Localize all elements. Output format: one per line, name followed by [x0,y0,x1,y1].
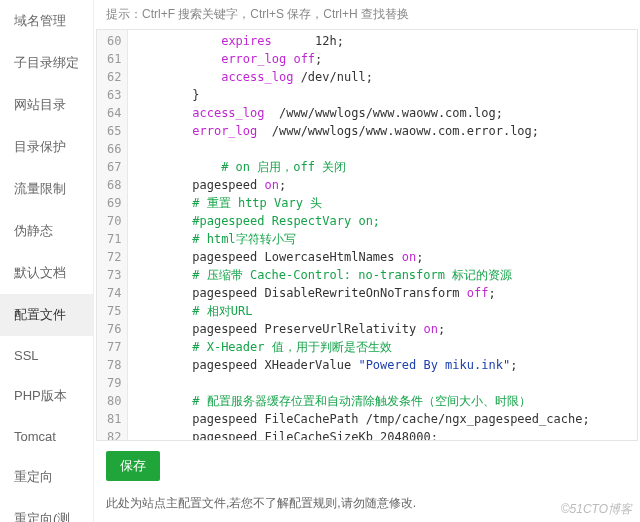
sidebar-item[interactable]: 重定向(测试版) [0,498,93,522]
config-warning: 此处为站点主配置文件,若您不了解配置规则,请勿随意修改. [106,495,628,512]
code-line: pagespeed XHeaderValue "Powered By miku.… [134,356,631,374]
sidebar-item[interactable]: 重定向 [0,456,93,498]
sidebar-item[interactable]: 域名管理 [0,0,93,42]
footer: 保存 此处为站点主配置文件,若您不了解配置规则,请勿随意修改. [94,441,640,522]
code-line: # 配置服务器缓存位置和自动清除触发条件（空间大小、时限） [134,392,631,410]
code-line [134,374,631,392]
code-line: pagespeed on; [134,176,631,194]
code-line: access_log /dev/null; [134,68,631,86]
save-button[interactable]: 保存 [106,451,160,481]
code-line: pagespeed LowercaseHtmlNames on; [134,248,631,266]
gutter: 60 61 62 63 64 65 66 67 68 69 70 71 72 7… [97,30,128,440]
main: 提示：Ctrl+F 搜索关键字，Ctrl+S 保存，Ctrl+H 查找替换 60… [94,0,640,522]
hint-bar: 提示：Ctrl+F 搜索关键字，Ctrl+S 保存，Ctrl+H 查找替换 [94,0,640,29]
sidebar-item[interactable]: 流量限制 [0,168,93,210]
code-line: error_log off; [134,50,631,68]
editor[interactable]: 60 61 62 63 64 65 66 67 68 69 70 71 72 7… [96,29,638,441]
code-line: pagespeed FileCachePath /tmp/cache/ngx_p… [134,410,631,428]
sidebar-item[interactable]: 配置文件 [0,294,93,336]
code-line: # 压缩带 Cache-Control: no-transform 标记的资源 [134,266,631,284]
code-line: # on 启用，off 关闭 [134,158,631,176]
sidebar-item[interactable]: 子目录绑定 [0,42,93,84]
sidebar-item[interactable]: 目录保护 [0,126,93,168]
code-line: } [134,86,631,104]
code-line: # X-Header 值，用于判断是否生效 [134,338,631,356]
sidebar-item[interactable]: Tomcat [0,417,93,456]
sidebar-item[interactable]: 伪静态 [0,210,93,252]
code-line: # 重置 http Vary 头 [134,194,631,212]
code[interactable]: expires 12h; error_log off; access_log /… [128,30,637,440]
code-line: #pagespeed RespectVary on; [134,212,631,230]
code-line: pagespeed DisableRewriteOnNoTransform of… [134,284,631,302]
watermark: ©51CTO博客 [561,501,632,518]
code-line: error_log /www/wwwlogs/www.waoww.com.err… [134,122,631,140]
sidebar-item[interactable]: 默认文档 [0,252,93,294]
code-line: access_log /www/wwwlogs/www.waoww.com.lo… [134,104,631,122]
sidebar: 域名管理子目录绑定网站目录目录保护流量限制伪静态默认文档配置文件SSLPHP版本… [0,0,94,522]
code-line [134,140,631,158]
sidebar-item[interactable]: PHP版本 [0,375,93,417]
code-line: pagespeed PreserveUrlRelativity on; [134,320,631,338]
code-line: # 相对URL [134,302,631,320]
sidebar-item[interactable]: SSL [0,336,93,375]
sidebar-item[interactable]: 网站目录 [0,84,93,126]
code-line: pagespeed FileCacheSizeKb 2048000; [134,428,631,440]
code-line: # html字符转小写 [134,230,631,248]
code-line: expires 12h; [134,32,631,50]
